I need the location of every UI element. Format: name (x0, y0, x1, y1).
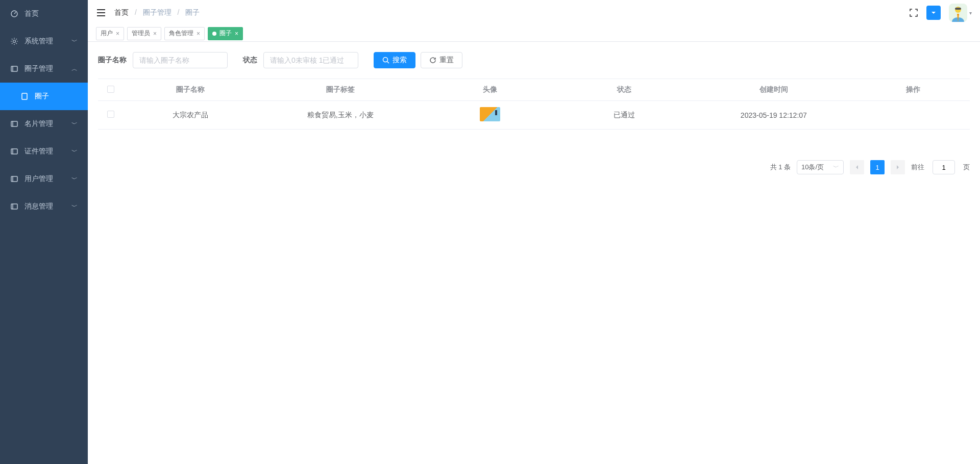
refresh-icon (429, 57, 436, 64)
folder-icon (10, 202, 18, 211)
avatar (949, 4, 967, 22)
chevron-down-icon: ﹀ (71, 202, 78, 211)
td-time: 2023-05-19 12:12:07 (691, 105, 856, 125)
hamburger-icon[interactable] (96, 8, 106, 18)
chevron-down-icon: ﹀ (71, 120, 78, 128)
th-op: 操作 (856, 79, 970, 100)
sidebar-item-label: 系统管理 (24, 37, 53, 46)
sidebar-item-home[interactable]: 首页 (0, 0, 88, 28)
td-name: 大宗农产品 (124, 105, 258, 126)
svg-rect-17 (955, 8, 961, 10)
page-icon (20, 92, 29, 100)
tab-label: 用户 (101, 29, 113, 38)
page-number: 1 (875, 164, 879, 171)
folder-icon (10, 120, 18, 128)
close-icon[interactable]: × (116, 30, 119, 37)
th-time: 创建时间 (691, 79, 856, 100)
folder-icon (10, 65, 18, 73)
sidebar-item-label: 用户管理 (24, 174, 53, 184)
tab-label: 角色管理 (169, 29, 193, 38)
svg-point-18 (383, 58, 388, 62)
sidebar-item-label: 名片管理 (24, 119, 53, 128)
sidebar-item-circle-mgmt[interactable]: 圈子管理 ︿ (0, 55, 88, 83)
sidebar-item-card-mgmt[interactable]: 名片管理 ﹀ (0, 110, 88, 138)
goto-input[interactable] (933, 160, 955, 174)
breadcrumb-home[interactable]: 首页 (114, 8, 129, 16)
sidebar-item-system[interactable]: 系统管理 ﹀ (0, 28, 88, 55)
svg-rect-5 (11, 121, 17, 126)
gear-icon (10, 37, 18, 45)
tab-circle[interactable]: 圈子 × (208, 27, 243, 40)
page-size-select[interactable]: 10条/页 ﹀ (797, 160, 844, 174)
page-number-button[interactable]: 1 (870, 160, 885, 174)
sidebar-item-label: 圈子 (35, 92, 49, 101)
breadcrumb-last: 圈子 (185, 8, 200, 16)
search-button-label: 搜索 (393, 56, 407, 65)
th-tags: 圈子标签 (258, 79, 423, 100)
close-icon[interactable]: × (235, 30, 238, 37)
next-page-button[interactable] (891, 160, 905, 174)
table-header-row: 圈子名称 圈子标签 头像 状态 创建时间 操作 (98, 79, 970, 101)
sidebar-item-label: 证件管理 (24, 147, 53, 156)
folder-icon (10, 175, 18, 183)
chevron-down-icon: ﹀ (833, 163, 839, 172)
dashboard-icon (10, 10, 18, 18)
status-input[interactable] (263, 52, 358, 68)
close-icon[interactable]: × (197, 30, 200, 37)
close-icon[interactable]: × (153, 30, 157, 37)
data-table: 圈子名称 圈子标签 头像 状态 创建时间 操作 大宗农产品 粮食贸易,玉米，小麦… (98, 79, 970, 130)
goto-label: 前往 (911, 163, 924, 172)
chevron-down-icon: ﹀ (71, 37, 78, 46)
caret-down-icon: ▾ (969, 10, 972, 16)
page-suffix: 页 (963, 163, 970, 172)
row-checkbox[interactable] (107, 111, 114, 118)
svg-rect-9 (11, 176, 17, 182)
header: 首页 / 圈子管理 / 圈子 ▾ (88, 0, 980, 25)
thumbnail-image[interactable] (480, 107, 500, 121)
svg-line-19 (387, 62, 389, 64)
tab-user[interactable]: 用户 × (96, 27, 124, 40)
name-input[interactable] (133, 52, 228, 68)
sidebar-item-msg-mgmt[interactable]: 消息管理 ﹀ (0, 193, 88, 220)
fullscreen-icon[interactable] (909, 8, 918, 17)
svg-rect-2 (11, 66, 17, 71)
tabs: 用户 × 管理员 × 角色管理 × 圈子 × (88, 25, 980, 42)
reset-button-label: 重置 (439, 56, 454, 65)
td-status: 已通过 (557, 105, 691, 126)
th-avatar: 头像 (423, 79, 557, 100)
sidebar: 首页 系统管理 ﹀ 圈子管理 ︿ 圈子 名片管理 ﹀ (0, 0, 88, 464)
name-label: 圈子名称 (98, 56, 127, 65)
pagination: 共 1 条 10条/页 ﹀ 1 前往 页 (98, 160, 970, 174)
td-tags: 粮食贸易,玉米，小麦 (258, 105, 423, 126)
tab-role[interactable]: 角色管理 × (164, 27, 205, 40)
sidebar-item-label: 首页 (24, 9, 39, 18)
prev-page-button[interactable] (850, 160, 864, 174)
svg-rect-4 (22, 93, 27, 99)
active-dot-icon (212, 32, 216, 36)
content: 圈子名称 状态 搜索 重置 (88, 42, 980, 464)
sidebar-item-cert-mgmt[interactable]: 证件管理 ﹀ (0, 138, 88, 165)
search-button[interactable]: 搜索 (374, 52, 415, 68)
header-dropdown-button[interactable] (926, 6, 941, 20)
sidebar-item-user-mgmt[interactable]: 用户管理 ﹀ (0, 165, 88, 193)
svg-rect-11 (11, 204, 17, 209)
page-size-label: 10条/页 (801, 163, 824, 172)
reset-button[interactable]: 重置 (421, 52, 462, 68)
chevron-down-icon: ﹀ (71, 175, 78, 184)
breadcrumb-sep: / (135, 8, 137, 16)
search-form: 圈子名称 状态 搜索 重置 (98, 52, 970, 68)
td-avatar (423, 101, 557, 129)
breadcrumb-sep: / (178, 8, 180, 16)
user-menu[interactable]: ▾ (949, 4, 972, 22)
sidebar-item-label: 消息管理 (24, 202, 53, 211)
chevron-up-icon: ︿ (71, 65, 78, 73)
tab-label: 圈子 (219, 29, 232, 38)
select-all-checkbox[interactable] (107, 86, 114, 93)
tab-admin[interactable]: 管理员 × (127, 27, 161, 40)
sidebar-item-circle[interactable]: 圈子 (0, 83, 88, 110)
total-text: 共 1 条 (770, 163, 791, 172)
search-icon (382, 57, 389, 64)
breadcrumb: 首页 / 圈子管理 / 圈子 (114, 8, 200, 17)
table-row: 大宗农产品 粮食贸易,玉米，小麦 已通过 2023-05-19 12:12:07 (98, 101, 970, 130)
breadcrumb-mid: 圈子管理 (143, 8, 172, 16)
